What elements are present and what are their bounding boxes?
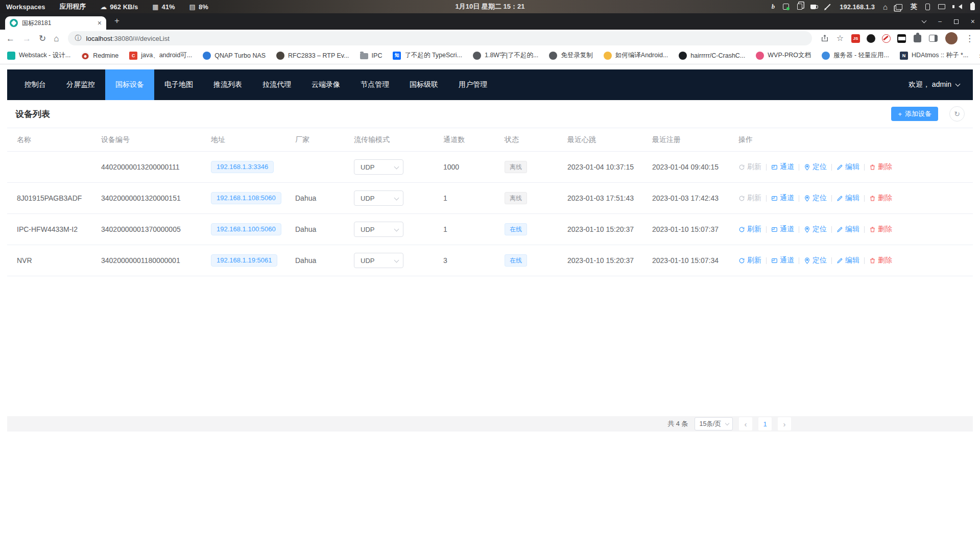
delete-action[interactable]: 删除 xyxy=(869,256,892,265)
page-size-select[interactable]: 15条/页 xyxy=(695,417,733,430)
nav-item-emap[interactable]: 电子地图 xyxy=(154,69,203,100)
screenshot-app-icon[interactable] xyxy=(783,4,789,10)
nav-item-cloud-record[interactable]: 云端录像 xyxy=(301,69,350,100)
refresh-action[interactable]: 刷新 xyxy=(738,162,761,172)
home-tray-icon[interactable]: ⌂ xyxy=(883,3,888,11)
bookmark-item[interactable]: 1.8W字|了不起的... xyxy=(473,51,538,60)
bookmark-item[interactable]: 如何编译Android... xyxy=(604,51,668,60)
bookmark-item[interactable]: NHDAtmos :: 种子 *... xyxy=(900,51,968,60)
extension-dark-icon[interactable] xyxy=(897,34,906,43)
new-tab-button[interactable]: + xyxy=(114,16,119,26)
site-info-icon[interactable]: ⓘ xyxy=(75,34,82,43)
input-language-indicator[interactable]: 英 xyxy=(911,2,917,11)
nav-item-pull-proxy[interactable]: 拉流代理 xyxy=(252,69,301,100)
nav-item-split-monitor[interactable]: 分屏监控 xyxy=(56,69,105,100)
profile-avatar[interactable] xyxy=(945,32,958,44)
side-panel-icon[interactable] xyxy=(929,35,938,42)
nav-item-gb-devices[interactable]: 国标设备 xyxy=(105,69,154,100)
bookmark-item[interactable]: Redmine xyxy=(81,52,118,60)
battery-icon[interactable] xyxy=(970,3,975,10)
locate-action[interactable]: 定位 xyxy=(804,194,827,203)
extension-blocker-icon[interactable] xyxy=(882,34,891,43)
nav-item-push-list[interactable]: 推流列表 xyxy=(203,69,252,100)
url-bar[interactable]: ⓘ localhost:38080/#/deviceList xyxy=(68,31,812,45)
extension-js-icon[interactable]: JS xyxy=(851,34,860,43)
browser-menu-icon[interactable]: ⋮ xyxy=(965,34,974,43)
forward-button[interactable]: → xyxy=(22,34,31,43)
next-page-button[interactable]: › xyxy=(778,417,791,430)
delete-action[interactable]: 删除 xyxy=(869,162,892,172)
minimize-button[interactable]: – xyxy=(938,18,942,25)
bookmark-item[interactable]: hairrrrr/C-CrashC... xyxy=(679,52,745,60)
add-device-button[interactable]: + 添加设备 xyxy=(891,107,938,121)
extensions-puzzle-icon[interactable] xyxy=(914,35,921,42)
channels-action[interactable]: 通道 xyxy=(771,256,794,265)
refresh-list-button[interactable]: ↻ xyxy=(949,106,965,122)
ip-address-indicator[interactable]: 192.168.1.3 xyxy=(840,3,875,11)
volume-icon[interactable] xyxy=(959,4,962,9)
nav-item-gb-cascade[interactable]: 国标级联 xyxy=(399,69,448,100)
browser-tab[interactable]: 国标28181 × xyxy=(5,16,106,30)
nav-item-node-manage[interactable]: 节点管理 xyxy=(350,69,399,100)
search-tray-icon[interactable]: b xyxy=(772,3,775,11)
user-menu[interactable]: 欢迎， admin xyxy=(909,80,973,89)
bookmark-item[interactable]: WVP-PRO文档 xyxy=(756,51,811,60)
delete-action[interactable]: 删除 xyxy=(869,194,892,203)
clock[interactable]: 1月10日 星期二 15：21 xyxy=(456,2,525,11)
refresh-action[interactable]: 刷新 xyxy=(738,225,761,234)
bookmark-star-icon[interactable]: ☆ xyxy=(836,34,844,42)
edit-action[interactable]: 编辑 xyxy=(836,162,859,172)
close-window-button[interactable]: × xyxy=(971,17,975,26)
bookmark-item[interactable]: Webstack - 设计... xyxy=(7,51,70,60)
extension-darkreader-icon[interactable] xyxy=(867,34,875,43)
color-picker-icon[interactable] xyxy=(825,4,831,9)
bookmark-item[interactable]: IPC xyxy=(360,52,383,59)
edit-action[interactable]: 编辑 xyxy=(836,256,859,265)
cell-device-id: 34020000001320000151 xyxy=(91,183,201,214)
locate-action[interactable]: 定位 xyxy=(804,256,827,265)
back-button[interactable]: ← xyxy=(6,34,15,43)
channels-action[interactable]: 通道 xyxy=(771,225,794,234)
bookmark-favicon: 知 xyxy=(393,52,401,60)
table-header-row: 名称 设备编号 地址 厂家 流传输模式 通道数 状态 最近心跳 最近注册 操作 xyxy=(7,128,973,152)
tab-search-icon[interactable] xyxy=(922,18,927,23)
edit-action[interactable]: 编辑 xyxy=(836,194,859,203)
refresh-action[interactable]: 刷新 xyxy=(738,194,761,203)
window-switcher-icon[interactable] xyxy=(896,4,902,10)
edit-action[interactable]: 编辑 xyxy=(836,225,859,234)
reload-button[interactable]: ↻ xyxy=(39,34,46,43)
clipboard-icon[interactable] xyxy=(797,4,802,10)
delete-action[interactable]: 删除 xyxy=(869,225,892,234)
applications-menu[interactable]: 应用程序 xyxy=(59,2,86,11)
tab-close-icon[interactable]: × xyxy=(98,19,102,27)
current-page-button[interactable]: 1 xyxy=(758,417,772,430)
refresh-action[interactable]: 刷新 xyxy=(738,256,761,265)
home-button[interactable]: ⌂ xyxy=(54,34,59,43)
restore-button[interactable] xyxy=(954,19,959,24)
phone-link-icon[interactable] xyxy=(925,4,930,10)
display-icon[interactable] xyxy=(938,4,945,9)
col-status: 状态 xyxy=(495,128,558,152)
locate-action[interactable]: 定位 xyxy=(804,225,827,234)
share-icon[interactable] xyxy=(821,34,829,42)
bookmark-item[interactable]: QNAP Turbo NAS xyxy=(203,52,266,60)
channels-action[interactable]: 通道 xyxy=(771,162,794,172)
channels-action[interactable]: 通道 xyxy=(771,194,794,203)
bookmark-item[interactable]: RFC2833 – RTP Ev... xyxy=(276,52,349,60)
bookmark-item[interactable]: Cjava、android可... xyxy=(129,51,192,60)
stream-mode-select[interactable]: UDP xyxy=(354,190,403,206)
bookmark-item[interactable]: 免登录复制 xyxy=(549,51,593,60)
prev-page-button[interactable]: ‹ xyxy=(739,417,752,430)
workspaces-button[interactable]: Workspaces xyxy=(6,3,45,11)
caffeine-icon[interactable] xyxy=(810,5,816,9)
bookmark-favicon xyxy=(473,52,481,60)
nav-item-console[interactable]: 控制台 xyxy=(14,69,56,100)
bookmark-item[interactable]: 知了不起的 TypeScri... xyxy=(393,51,462,60)
stream-mode-select[interactable]: UDP xyxy=(354,159,403,175)
stream-mode-select[interactable]: UDP xyxy=(354,222,403,237)
bookmark-item[interactable]: 服务器 - 轻量应用... xyxy=(822,51,889,60)
address-tag: 192.168.1.19:5061 xyxy=(211,254,277,267)
nav-item-user-manage[interactable]: 用户管理 xyxy=(448,69,497,100)
stream-mode-select[interactable]: UDP xyxy=(354,253,403,268)
locate-action[interactable]: 定位 xyxy=(804,162,827,172)
